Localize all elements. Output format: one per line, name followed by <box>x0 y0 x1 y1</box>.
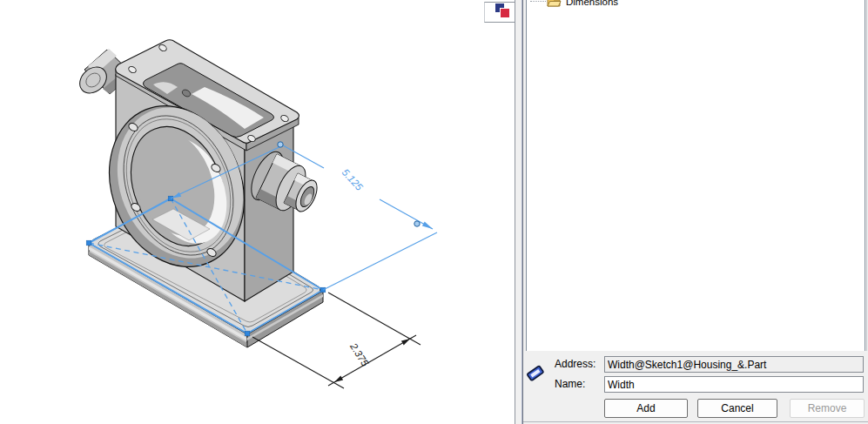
dimension-arrowhead <box>422 222 433 229</box>
variable-tag-icon <box>525 361 547 384</box>
cad-viewport[interactable]: 5.125 2.375 <box>0 0 515 424</box>
dimension-text[interactable]: 2.375 <box>347 340 371 368</box>
dimension-arrowhead <box>334 376 343 382</box>
remove-button: Remove <box>790 399 865 418</box>
tree-connector <box>530 1 546 3</box>
folder-icon <box>547 0 562 8</box>
address-label: Address: <box>555 358 595 370</box>
name-label: Name: <box>555 378 585 390</box>
tree-item-dimensions[interactable]: Dimensions <box>527 0 618 10</box>
address-field[interactable] <box>604 356 864 373</box>
overlapping-squares-icon-front <box>500 8 509 17</box>
variable-dialog-panel: Dimensions Address: Name: Add Cancel Rem… <box>523 0 868 424</box>
dimension-arrowhead <box>401 339 410 345</box>
dialog-bottom-border <box>523 421 868 422</box>
add-button[interactable]: Add <box>604 399 688 418</box>
dimensions-tree[interactable]: Dimensions <box>526 0 865 352</box>
panel-gap <box>515 0 521 424</box>
variable-form: Address: Name: Add Cancel Remove <box>523 351 868 424</box>
dimension-handle-point <box>414 221 420 226</box>
cancel-button[interactable]: Cancel <box>697 399 777 418</box>
tree-item-label: Dimensions <box>566 0 618 7</box>
app-window: 5.125 2.375 <box>0 0 868 424</box>
cad-graphics-area[interactable]: 5.125 2.375 <box>0 0 515 424</box>
dimension-handle-point <box>278 142 283 147</box>
name-field[interactable] <box>604 376 864 393</box>
dimension-text[interactable]: 5.125 <box>340 167 366 193</box>
feature-panel-tab[interactable] <box>484 2 515 23</box>
